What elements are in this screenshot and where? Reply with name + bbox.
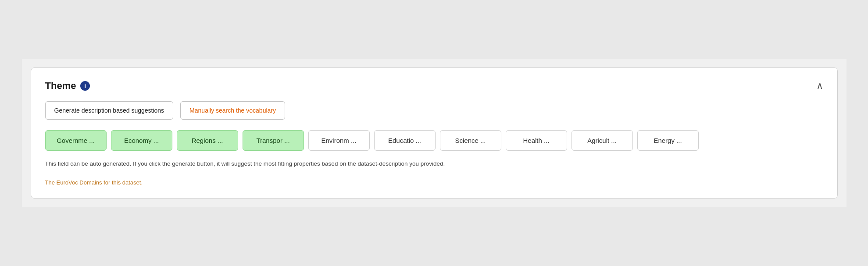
title-group: Theme i bbox=[45, 80, 90, 92]
page-wrapper: Theme i ∧ Generate description based sug… bbox=[22, 59, 847, 207]
tag-governme[interactable]: Governme ... bbox=[45, 130, 107, 151]
manual-search-button[interactable]: Manually search the vocabulary bbox=[180, 101, 285, 120]
tag-educatio[interactable]: Educatio ... bbox=[374, 130, 436, 151]
tag-health[interactable]: Health ... bbox=[506, 130, 567, 151]
button-row: Generate description based suggestions M… bbox=[45, 101, 823, 120]
help-text: This field can be auto generated. If you… bbox=[45, 160, 823, 168]
generate-suggestions-button[interactable]: Generate description based suggestions bbox=[45, 101, 174, 120]
card-header: Theme i ∧ bbox=[45, 80, 823, 92]
tag-agricult[interactable]: Agricult ... bbox=[572, 130, 633, 151]
tag-regions[interactable]: Regions ... bbox=[177, 130, 238, 151]
tags-grid: Governme ...Economy ...Regions ...Transp… bbox=[45, 130, 823, 151]
tag-economy[interactable]: Economy ... bbox=[111, 130, 172, 151]
card-title: Theme bbox=[45, 80, 76, 92]
theme-card: Theme i ∧ Generate description based sug… bbox=[31, 67, 838, 198]
info-icon[interactable]: i bbox=[80, 81, 90, 91]
tag-transpor[interactable]: Transpor ... bbox=[243, 130, 304, 151]
tag-environm[interactable]: Environm ... bbox=[308, 130, 370, 151]
tag-energy[interactable]: Energy ... bbox=[637, 130, 699, 151]
tag-science[interactable]: Science ... bbox=[440, 130, 501, 151]
collapse-icon[interactable]: ∧ bbox=[816, 81, 823, 91]
footer-label: The EuroVoc Domains for this dataset. bbox=[45, 179, 823, 186]
